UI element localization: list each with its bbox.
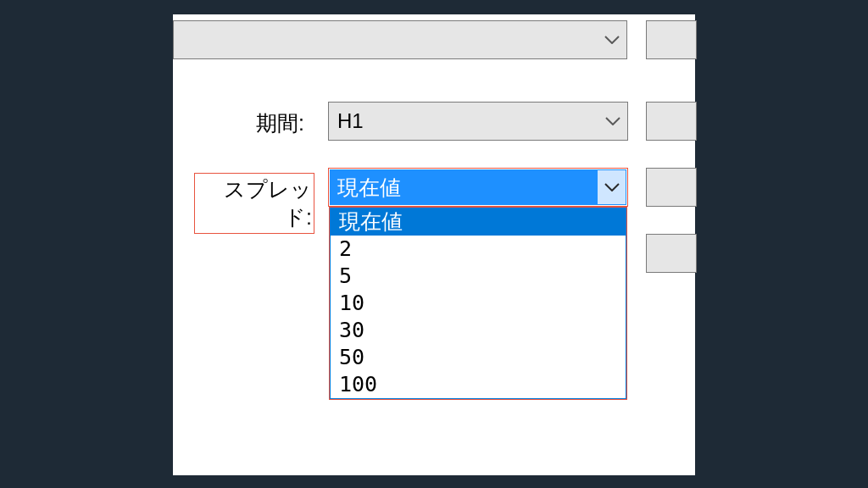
spread-label: スプレッド:: [194, 173, 314, 234]
spread-dropdown-list: 現在値25103050100: [330, 208, 626, 399]
period-side-button[interactable]: [646, 102, 697, 141]
spread-dropdown: 現在値25103050100: [329, 207, 627, 400]
chevron-down-icon: [605, 117, 620, 125]
spread-combo-arrow[interactable]: [597, 170, 626, 204]
top-side-button[interactable]: [646, 20, 697, 59]
top-combo-arrow[interactable]: [598, 21, 626, 58]
spread-option[interactable]: 2: [331, 236, 626, 263]
period-combo-arrow[interactable]: [598, 103, 627, 140]
period-combo[interactable]: H1: [328, 102, 628, 141]
spread-side-button-1[interactable]: [646, 168, 697, 207]
top-combo[interactable]: [173, 20, 627, 59]
spread-option[interactable]: 100: [331, 371, 626, 398]
spread-combo-value: 現在値: [331, 170, 597, 204]
spread-option[interactable]: 現在値: [331, 208, 626, 236]
spread-combo[interactable]: 現在値: [328, 168, 628, 207]
period-label: 期間:: [241, 109, 304, 137]
spread-side-button-2[interactable]: [646, 234, 697, 273]
spread-option[interactable]: 50: [331, 344, 626, 371]
chevron-down-icon: [604, 183, 620, 191]
chevron-down-icon: [604, 36, 620, 44]
settings-panel: 期間: H1 スプレッド: 現在値 現在値25103050100: [173, 14, 695, 475]
period-combo-value: H1: [329, 109, 598, 133]
spread-option[interactable]: 5: [331, 263, 626, 290]
spread-option[interactable]: 30: [331, 317, 626, 344]
spread-option[interactable]: 10: [331, 290, 626, 317]
